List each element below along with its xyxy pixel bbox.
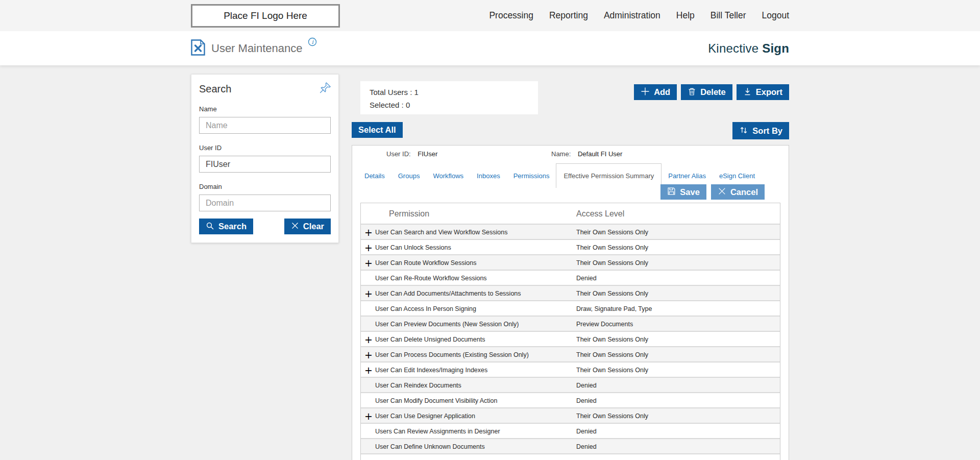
table-row: + User Can Edit Indexes/Imaging Indexes … [361, 362, 780, 378]
expand-plus-icon[interactable]: + [364, 287, 373, 300]
access-level-cell: Denied [576, 428, 597, 435]
access-level-cell: Preview Documents [576, 321, 633, 328]
cancel-x-icon [718, 187, 726, 197]
access-level-cell: Denied [576, 397, 597, 404]
access-level-cell: Their Own Sessions Only [576, 367, 648, 374]
access-level-cell: Their Own Sessions Only [576, 413, 648, 420]
search-panel-title: Search [199, 82, 331, 95]
permission-cell: User Can Delete Unsigned Documents [375, 336, 485, 343]
search-panel: Search Name User ID Domain [191, 74, 339, 243]
domain-input[interactable] [199, 195, 331, 211]
table-row: + User Can Search and View Workflow Sess… [361, 225, 780, 240]
table-body: + User Can Search and View Workflow Sess… [361, 225, 780, 454]
tab[interactable]: Details [358, 172, 391, 180]
search-icon [206, 222, 214, 232]
expand-plus-icon[interactable]: + [364, 333, 373, 346]
permission-column-header: Permission [389, 209, 429, 219]
expand-plus-icon[interactable]: + [364, 410, 373, 422]
access-level-cell: Their Own Sessions Only [576, 290, 648, 297]
table-row: + User Can Define Unknown Documents Deni… [361, 439, 780, 454]
name-field-group: Name [199, 105, 331, 134]
expand-plus-icon[interactable]: + [364, 226, 373, 238]
permissions-table: Permission Access Level + User Can Searc… [360, 203, 780, 460]
expand-plus-icon[interactable]: + [364, 241, 373, 254]
tab[interactable]: Groups [391, 172, 427, 180]
tab[interactable]: Inboxes [470, 172, 507, 180]
table-row: + User Can Reindex Documents Denied [361, 378, 780, 393]
main-nav: Processing Reporting Administration Help… [489, 10, 789, 21]
svg-text:i: i [311, 39, 314, 45]
table-row: + User Can Process Documents (Existing S… [361, 347, 780, 362]
user-name-value: Default FI User [578, 150, 622, 158]
permission-cell: User Can Define Unknown Documents [375, 443, 485, 450]
kinective-sign-logo: Kinective Sign [708, 41, 789, 56]
export-button[interactable]: Export [737, 84, 789, 100]
permission-cell: User Can Re-Route Workflow Sessions [375, 275, 487, 282]
permission-cell: User Can Reindex Documents [375, 382, 461, 389]
clear-button[interactable]: Clear [284, 219, 331, 234]
permission-cell: User Can Search and View Workflow Sessio… [375, 229, 507, 236]
page-header: User Maintenance i Kinective Sign [0, 31, 980, 65]
info-icon[interactable]: i [308, 37, 317, 49]
pin-icon[interactable] [318, 81, 332, 96]
permission-cell: User Can Edit Indexes/Imaging Indexes [375, 367, 487, 374]
nav-menu-item[interactable]: Reporting [549, 10, 588, 21]
save-disk-icon [667, 187, 676, 197]
cancel-button[interactable]: Cancel [711, 184, 765, 200]
export-download-icon [743, 87, 752, 98]
nav-menu-item[interactable]: Logout [762, 10, 789, 21]
access-level-cell: Draw, Signature Pad, Type [576, 305, 652, 312]
table-row: + User Can Use Designer Application Thei… [361, 408, 780, 424]
select-all-button[interactable]: Select All [352, 122, 403, 138]
delete-button[interactable]: Delete [681, 84, 732, 100]
expand-plus-icon[interactable]: + [364, 349, 373, 361]
trash-icon [688, 87, 696, 98]
plus-icon [641, 87, 650, 98]
user-id-label: User ID: [386, 150, 411, 158]
name-label: Name [199, 105, 331, 113]
access-level-cell: Their Own Sessions Only [576, 336, 648, 343]
sort-arrows-icon [739, 126, 748, 136]
total-users: Total Users : 1 [370, 87, 529, 98]
nav-menu-item[interactable]: Processing [489, 10, 533, 21]
table-row: + User Can Re-Route Workflow Sessions De… [361, 271, 780, 286]
name-input[interactable] [199, 117, 331, 134]
table-row: + Users Can Review Assignments in Design… [361, 424, 780, 439]
access-level-cell: Their Own Sessions Only [576, 259, 648, 267]
search-button[interactable]: Search [199, 219, 253, 234]
access-level-cell: Their Own Sessions Only [576, 351, 648, 358]
nav-menu-item[interactable]: Administration [604, 10, 660, 21]
nav-menu-item[interactable]: Bill Teller [710, 10, 746, 21]
save-button[interactable]: Save [660, 184, 706, 200]
user-id-value: FIUser [418, 150, 437, 158]
permission-cell: User Can Route Workflow Sessions [375, 259, 476, 267]
tab[interactable]: Permissions [507, 172, 556, 180]
access-level-cell: Their Own Sessions Only [576, 229, 648, 236]
userid-label: User ID [199, 144, 331, 152]
top-bar: Place FI Logo Here Processing Reporting … [0, 0, 980, 31]
access-level-cell: Denied [576, 275, 597, 282]
add-button[interactable]: Add [634, 84, 677, 100]
userid-input[interactable] [199, 156, 331, 173]
table-header: Permission Access Level [361, 203, 780, 225]
expand-plus-icon[interactable]: + [364, 364, 373, 376]
userid-field-group: User ID [199, 144, 331, 173]
tab[interactable]: eSign Client [713, 172, 762, 180]
access-level-column-header: Access Level [576, 209, 624, 219]
table-row: + User Can Modify Document Visibility Ac… [361, 393, 780, 408]
permission-cell: User Can Preview Documents (New Session … [375, 321, 519, 328]
page-title: User Maintenance [211, 42, 303, 55]
table-row: + User Can Route Workflow Sessions Their… [361, 255, 780, 271]
tab[interactable]: Workflows [426, 172, 470, 180]
sort-by-button[interactable]: Sort By [732, 122, 789, 139]
expand-plus-icon[interactable]: + [364, 257, 373, 269]
user-detail-card: User ID: FIUser Name: Default FI User De… [352, 145, 789, 460]
permission-cell: User Can Use Designer Application [375, 413, 475, 420]
nav-menu-item[interactable]: Help [676, 10, 695, 21]
user-name-label: Name: [551, 150, 571, 158]
domain-label: Domain [199, 183, 331, 191]
tab[interactable]: Effective Permission Summary [556, 163, 662, 188]
tab[interactable]: Partner Alias [662, 172, 713, 180]
permission-cell: User Can Unlock Sessions [375, 244, 451, 251]
fi-logo-placeholder[interactable]: Place FI Logo Here [191, 4, 340, 28]
